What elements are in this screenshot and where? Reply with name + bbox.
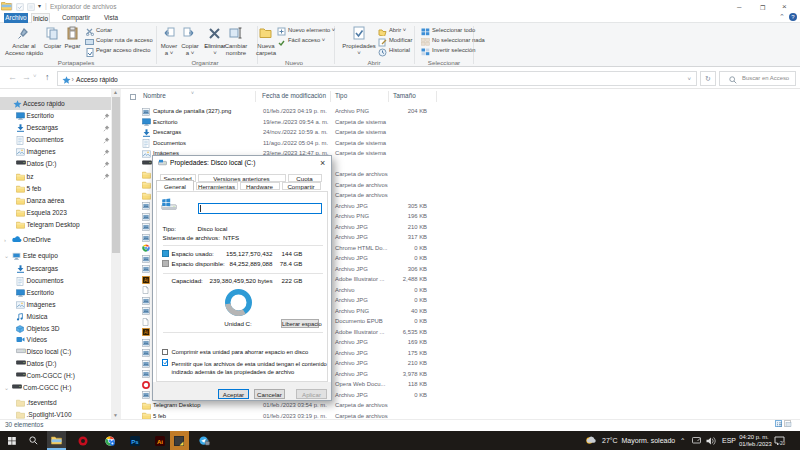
svg-text:Ai: Ai [144,330,148,335]
svg-text:Ps: Ps [131,439,139,445]
svg-text:Ai: Ai [144,278,148,283]
svg-text:Ai: Ai [157,439,163,445]
svg-text:20: 20 [780,441,786,446]
